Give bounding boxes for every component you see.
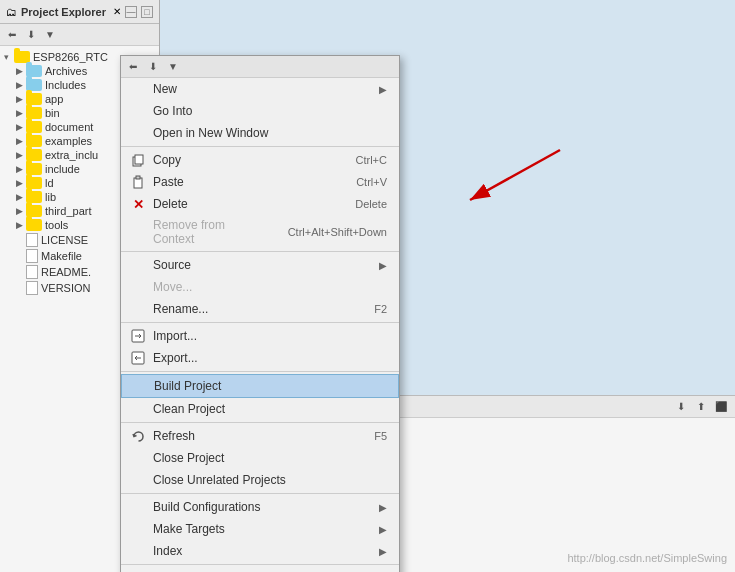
watermark-text: http://blog.csdn.net/SimpleSwing [567, 552, 727, 564]
minimize-button[interactable]: — [125, 6, 137, 18]
menu-item-copy[interactable]: Copy Ctrl+C [121, 149, 399, 171]
shortcut-label: Delete [355, 198, 387, 210]
shortcut-label: Ctrl+Alt+Shift+Down [288, 226, 387, 238]
context-menu: ⬅ ⬇ ▼ New ▶ Go Into Open in New Window C… [120, 55, 400, 572]
source-icon [129, 257, 147, 273]
tree-label: README. [41, 266, 91, 278]
close-unrelated-icon [129, 472, 147, 488]
submenu-arrow: ▶ [379, 502, 387, 513]
menu-item-paste[interactable]: Paste Ctrl+V [121, 171, 399, 193]
toolbar-btn-3[interactable]: ▼ [42, 27, 58, 43]
panel-header: 🗂 Project Explorer ✕ — □ [0, 0, 159, 24]
menu-item-delete[interactable]: ✕ Delete Delete [121, 193, 399, 215]
clean-icon [129, 401, 147, 417]
properties-btn-3[interactable]: ⬛ [713, 399, 729, 415]
move-icon [129, 279, 147, 295]
tree-label: lib [45, 191, 56, 203]
copy-icon [129, 152, 147, 168]
menu-item-make-targets[interactable]: Make Targets ▶ [121, 518, 399, 540]
menu-separator [121, 564, 399, 565]
menu-item-export[interactable]: Export... [121, 347, 399, 369]
make-targets-icon [129, 521, 147, 537]
tree-arrow: ▶ [16, 94, 26, 104]
tree-arrow: ▶ [16, 206, 26, 216]
tree-arrow: ▶ [16, 192, 26, 202]
menu-item-remove-context[interactable]: Remove from Context Ctrl+Alt+Shift+Down [121, 215, 399, 249]
paste-icon [129, 174, 147, 190]
menu-item-label: Paste [153, 175, 336, 189]
build-config-icon [129, 499, 147, 515]
shortcut-label: Ctrl+V [356, 176, 387, 188]
svg-rect-1 [135, 155, 143, 164]
menu-item-build-configurations[interactable]: Build Configurations ▶ [121, 496, 399, 518]
panel-close-icon[interactable]: ✕ [113, 6, 121, 17]
menu-item-label: Import... [153, 329, 387, 343]
menu-separator [121, 251, 399, 252]
export-icon [129, 350, 147, 366]
menu-toolbar-btn-drop[interactable]: ▼ [165, 59, 181, 75]
shortcut-label: Ctrl+C [356, 154, 387, 166]
svg-line-9 [470, 150, 560, 200]
menu-item-open-new-window[interactable]: Open in New Window [121, 122, 399, 144]
build-icon [130, 378, 148, 394]
menu-item-clean-project[interactable]: Clean Project [121, 398, 399, 420]
menu-item-close-project[interactable]: Close Project [121, 447, 399, 469]
menu-separator [121, 322, 399, 323]
menu-item-move[interactable]: Move... [121, 276, 399, 298]
tree-label: Archives [45, 65, 87, 77]
menu-item-label: Delete [153, 197, 335, 211]
tree-label: document [45, 121, 93, 133]
menu-item-label: Index [153, 544, 379, 558]
menu-item-build-project[interactable]: Build Project [121, 374, 399, 398]
tree-label: ld [45, 177, 54, 189]
remove-context-icon [129, 224, 147, 240]
folder-icon [26, 219, 42, 231]
maximize-button[interactable]: □ [141, 6, 153, 18]
tree-arrow: ▶ [16, 150, 26, 160]
menu-item-go-into[interactable]: Go Into [121, 100, 399, 122]
menu-item-source[interactable]: Source ▶ [121, 254, 399, 276]
menu-item-label: Clean Project [153, 402, 387, 416]
submenu-arrow: ▶ [379, 546, 387, 557]
menu-item-label: Make Targets [153, 522, 379, 536]
menu-separator [121, 493, 399, 494]
menu-toolbar-btn-fwd[interactable]: ⬇ [145, 59, 161, 75]
menu-item-label: Build Configurations [153, 500, 379, 514]
rename-icon [129, 301, 147, 317]
menu-item-label: Move... [153, 280, 387, 294]
toolbar-btn-1[interactable]: ⬅ [4, 27, 20, 43]
root-label: ESP8266_RTC [33, 51, 108, 63]
menu-item-refresh[interactable]: Refresh F5 [121, 425, 399, 447]
shortcut-label: F5 [374, 430, 387, 442]
red-arrow-indicator [370, 145, 570, 228]
toolbar-btn-2[interactable]: ⬇ [23, 27, 39, 43]
properties-btn-1[interactable]: ⬇ [673, 399, 689, 415]
import-icon [129, 328, 147, 344]
svg-rect-3 [136, 176, 140, 179]
menu-item-new[interactable]: New ▶ [121, 78, 399, 100]
panel-icon: 🗂 [6, 6, 17, 18]
menu-item-show-remote[interactable]: Show in Remote Systems view [121, 567, 399, 572]
tree-arrow: ▶ [16, 136, 26, 146]
tree-label: app [45, 93, 63, 105]
menu-item-import[interactable]: Import... [121, 325, 399, 347]
index-icon [129, 543, 147, 559]
panel-toolbar: ⬅ ⬇ ▼ [0, 24, 159, 46]
menu-toolbar: ⬅ ⬇ ▼ [121, 56, 399, 78]
menu-item-rename[interactable]: Rename... F2 [121, 298, 399, 320]
menu-item-label: Go Into [153, 104, 387, 118]
file-icon [26, 233, 38, 247]
tree-label: VERSION [41, 282, 91, 294]
properties-btn-2[interactable]: ⬆ [693, 399, 709, 415]
menu-toolbar-btn-back[interactable]: ⬅ [125, 59, 141, 75]
tree-label: extra_inclu [45, 149, 98, 161]
menu-separator [121, 371, 399, 372]
menu-item-index[interactable]: Index ▶ [121, 540, 399, 562]
tree-label: Includes [45, 79, 86, 91]
tree-label: bin [45, 107, 60, 119]
tree-label: examples [45, 135, 92, 147]
menu-item-close-unrelated[interactable]: Close Unrelated Projects [121, 469, 399, 491]
delete-icon: ✕ [129, 196, 147, 212]
tree-arrow: ▶ [16, 80, 26, 90]
menu-item-label: New [153, 82, 379, 96]
